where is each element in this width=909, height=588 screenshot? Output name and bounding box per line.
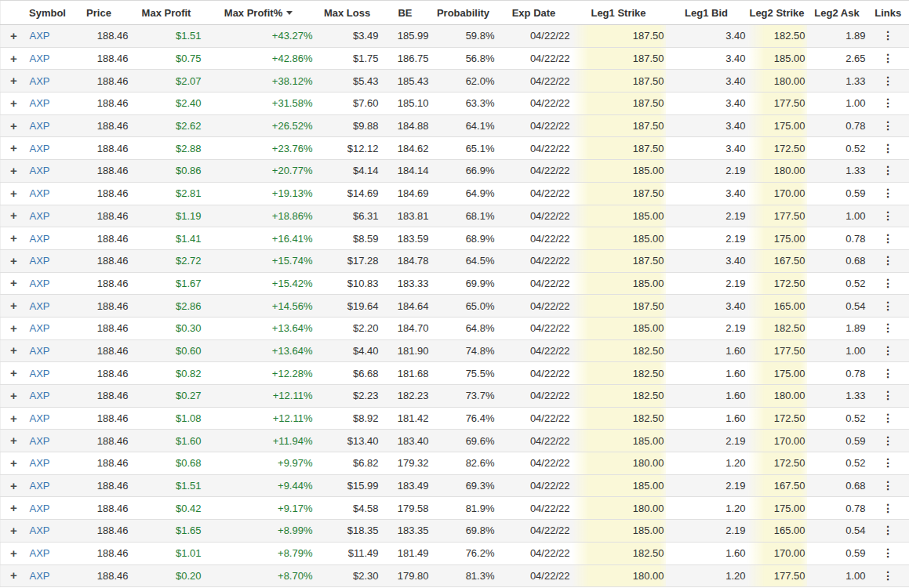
row-menu-icon[interactable]: ⋮ [882,52,893,64]
row-menu-icon[interactable]: ⋮ [882,277,893,289]
expand-row-icon[interactable]: + [10,434,17,447]
row-menu-icon[interactable]: ⋮ [882,321,893,334]
expand-row-icon[interactable]: + [10,209,17,222]
column-label: Leg1 Bid [685,7,728,19]
symbol-link[interactable]: AXP [30,322,50,334]
symbol-link[interactable]: AXP [30,143,50,154]
row-menu-icon[interactable]: ⋮ [882,546,893,559]
row-menu-icon[interactable]: ⋮ [882,232,893,245]
symbol-link[interactable]: AXP [30,278,50,289]
row-menu-icon[interactable]: ⋮ [882,367,893,379]
symbol-link[interactable]: AXP [30,503,50,514]
row-menu-icon[interactable]: ⋮ [882,209,893,222]
expand-row-icon[interactable]: + [10,164,17,177]
symbol-link[interactable]: AXP [30,457,50,469]
expand-row-icon[interactable]: + [10,479,17,492]
row-menu-icon[interactable]: ⋮ [882,254,893,267]
column-header-leg1_bid[interactable]: Leg1 Bid [666,1,747,25]
column-header-max_loss[interactable]: Max Loss [315,1,380,25]
cell-links: ⋮ [867,114,909,137]
column-header-exp_date[interactable]: Exp Date [496,1,572,25]
row-menu-icon[interactable]: ⋮ [882,29,893,42]
expand-row-icon[interactable]: + [10,299,17,312]
row-menu-icon[interactable]: ⋮ [882,299,893,312]
row-menu-icon[interactable]: ⋮ [882,389,893,401]
symbol-link[interactable]: AXP [30,165,50,176]
column-header-leg2_ask[interactable]: Leg2 Ask [807,1,867,25]
row-menu-icon[interactable]: ⋮ [882,524,893,536]
cell-exp_date: 04/22/22 [496,205,572,227]
column-header-be[interactable]: BE [380,1,431,25]
column-header-leg1_strike[interactable]: Leg1 Strike [572,1,666,25]
row-menu-icon[interactable]: ⋮ [882,187,893,199]
cell-exp_date: 04/22/22 [496,564,572,587]
symbol-link[interactable]: AXP [30,53,50,64]
expand-row-icon[interactable]: + [10,456,17,470]
column-header-price[interactable]: Price [68,1,130,25]
expand-row-icon[interactable]: + [10,52,17,65]
cell-be: 183.81 [380,205,431,227]
row-menu-icon[interactable]: ⋮ [882,456,893,469]
symbol-link[interactable]: AXP [30,345,50,357]
row-menu-icon[interactable]: ⋮ [882,344,893,357]
cell-price: 188.46 [68,93,130,115]
expand-row-icon[interactable]: + [10,412,17,425]
symbol-link[interactable]: AXP [30,435,50,447]
symbol-link[interactable]: AXP [30,210,50,222]
symbol-link[interactable]: AXP [30,75,50,87]
expand-row-icon[interactable]: + [10,254,17,267]
column-header-max_profit[interactable]: Max Profit [130,1,203,25]
expand-row-icon[interactable]: + [10,568,17,582]
expand-row-icon[interactable]: + [10,343,17,357]
symbol-link[interactable]: AXP [30,30,50,42]
expand-row-icon[interactable]: + [10,546,17,560]
column-header-probability[interactable]: Probability [431,1,496,25]
symbol-link[interactable]: AXP [30,547,50,559]
expand-row-icon[interactable]: + [10,231,17,245]
symbol-link[interactable]: AXP [30,412,50,424]
expand-row-icon[interactable]: + [10,119,17,132]
row-menu-icon[interactable]: ⋮ [882,96,893,109]
expand-row-icon[interactable]: + [10,187,17,200]
symbol-link[interactable]: AXP [30,97,50,109]
expand-row-icon[interactable]: + [10,524,17,537]
row-menu-icon[interactable]: ⋮ [882,502,893,514]
symbol-link[interactable]: AXP [30,570,50,582]
row-menu-icon[interactable]: ⋮ [882,412,893,424]
column-header-max_profit_pct[interactable]: Max Profit% [203,1,315,25]
symbol-link[interactable]: AXP [30,480,50,492]
symbol-link[interactable]: AXP [30,120,50,132]
symbol-link[interactable]: AXP [30,233,50,245]
expand-row-icon[interactable]: + [10,389,17,402]
expand-row-icon[interactable]: + [10,96,17,110]
column-header-links[interactable]: Links [867,1,909,25]
expand-row-icon[interactable]: + [10,276,17,289]
symbol-link[interactable]: AXP [30,300,50,312]
cell-leg2_strike: 175.00 [747,114,807,137]
expand-row-icon[interactable]: + [10,29,17,42]
cell-expand: + [1,182,27,205]
symbol-link[interactable]: AXP [30,368,50,379]
expand-row-icon[interactable]: + [10,141,17,154]
column-header-symbol[interactable]: Symbol [27,1,68,25]
cell-max_profit_pct: +8.99% [203,520,315,543]
row-menu-icon[interactable]: ⋮ [882,74,893,87]
expand-row-icon[interactable]: + [10,501,17,514]
cell-probability: 56.8% [431,47,496,70]
cell-symbol: AXP [27,227,68,250]
symbol-link[interactable]: AXP [30,255,50,267]
expand-row-icon[interactable]: + [10,321,17,335]
row-menu-icon[interactable]: ⋮ [882,479,893,492]
row-menu-icon[interactable]: ⋮ [882,569,893,582]
column-header-leg2_strike[interactable]: Leg2 Strike [747,1,807,25]
expand-row-icon[interactable]: + [10,366,17,379]
row-menu-icon[interactable]: ⋮ [882,142,893,154]
expand-row-icon[interactable]: + [10,74,17,87]
symbol-link[interactable]: AXP [30,187,50,199]
cell-leg1_bid: 1.60 [666,362,747,385]
symbol-link[interactable]: AXP [30,390,50,401]
row-menu-icon[interactable]: ⋮ [882,434,893,447]
symbol-link[interactable]: AXP [30,524,50,536]
row-menu-icon[interactable]: ⋮ [882,164,893,176]
row-menu-icon[interactable]: ⋮ [882,119,893,132]
